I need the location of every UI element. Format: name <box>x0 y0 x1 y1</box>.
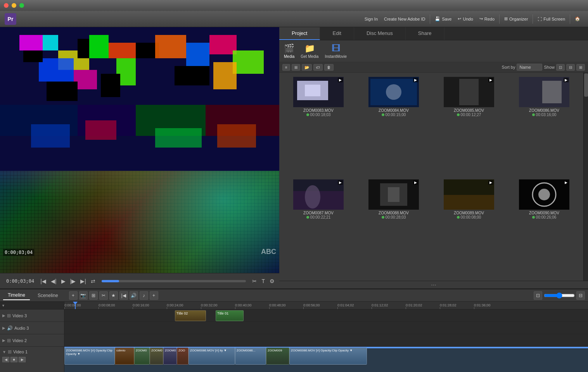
video-icon-1: ⊞ <box>8 349 12 355</box>
view-toggle-3[interactable]: ⊞ <box>576 64 585 71</box>
tag-button[interactable]: 🏷 <box>313 64 323 71</box>
tab-edit[interactable]: Edit <box>320 27 354 40</box>
clip-title02[interactable]: Title 02 <box>175 310 206 321</box>
tab-disc-menus[interactable]: Disc Menus <box>354 27 406 40</box>
loop-button[interactable]: ⇄ <box>89 277 97 285</box>
clip-zoo[interactable]: ZOO <box>177 348 189 365</box>
clip-zoom0b[interactable]: ZOOM0 <box>150 348 163 365</box>
redo-button[interactable]: ↪ Redo <box>476 15 498 23</box>
create-id-button[interactable]: Create New Adobe ID <box>381 15 428 23</box>
zoom-slider[interactable] <box>544 292 575 299</box>
save-button[interactable]: 💾 Save <box>432 15 455 23</box>
next-clip-button[interactable]: ▶| <box>79 277 88 285</box>
extra-tool[interactable]: + <box>150 291 158 300</box>
close-button[interactable] <box>4 3 9 8</box>
clip-zoom086-opacity[interactable]: ZOOM0086.MOV [V] Opacity:Clip Opacity ▼ <box>289 348 367 365</box>
effects-tool[interactable]: ★ <box>109 291 118 300</box>
instant-movie-button[interactable]: 🎞 InstantMovie <box>325 43 347 59</box>
list-item[interactable]: ▶ ZOOM0089.MOV 00:00:08;00 <box>431 177 507 279</box>
next-frame-btn[interactable]: ▶ <box>19 357 26 362</box>
undo-button[interactable]: ↩ Undo <box>455 15 476 23</box>
svg-rect-18 <box>175 66 209 85</box>
view-toggle-1[interactable]: ⊡ <box>556 64 565 71</box>
sign-in-button[interactable]: Sign In <box>361 15 381 23</box>
list-item[interactable]: ▶ ZOOM0086.MOV 00:03:16;00 <box>507 74 582 177</box>
home-button[interactable]: 🏠 <box>572 15 583 23</box>
instant-movie-icon: 🎞 <box>332 43 340 54</box>
clip-zoom086-v2[interactable]: ZOOM0086.MOV [V] ity ▼ <box>189 348 235 365</box>
duration-dot <box>382 216 384 219</box>
prev-frame-btn[interactable]: ◀ <box>2 357 9 362</box>
grid-view-button[interactable]: ⊞ <box>292 64 300 71</box>
volume-tool[interactable]: 🔊 <box>130 291 138 300</box>
text-button[interactable]: T <box>260 277 266 285</box>
duration-dot <box>457 113 460 116</box>
tab-sceneline[interactable]: Sceneline <box>33 291 63 300</box>
play-button[interactable]: ▶ <box>60 277 67 285</box>
media-button[interactable]: 🎬 Media <box>284 43 294 59</box>
delete-button[interactable]: 🗑 <box>324 64 334 71</box>
music-tool[interactable]: ♪ <box>140 291 148 300</box>
get-media-button[interactable]: 📁 Get Media <box>301 43 318 59</box>
tab-timeline[interactable]: Timeline <box>3 291 30 300</box>
clip-zoom0c[interactable]: ZOOM0 <box>163 348 177 365</box>
list-item[interactable]: ▶ ZOOM0087.MOV 00:00:22;21 <box>281 177 356 279</box>
stop-btn[interactable]: ■ <box>10 357 17 362</box>
duration-dot <box>306 113 309 116</box>
panel-scrollbar[interactable] <box>583 73 588 281</box>
grid-tool[interactable]: ⊞ <box>89 291 98 300</box>
organizer-button[interactable]: ⊞ Organizer <box>501 15 531 23</box>
track-expand-video2[interactable]: ▶ <box>2 338 5 342</box>
ruler-mark-8: 0:01:04;02 <box>337 303 354 309</box>
scrollbar-thumb[interactable] <box>584 73 588 97</box>
tracks-body[interactable]: 0:00:00;00 0:00:08;00 0:00:16;00 0:00:24… <box>64 302 588 372</box>
media-duration-88: 00:00:28;03 <box>382 215 406 219</box>
preview-area: 0:00;03;04 ABC 0:00;03;04 |◀ ◀| ▶ |▶ ▶| … <box>0 27 279 289</box>
fit-timeline-btn[interactable]: ⊟ <box>576 291 585 300</box>
step-forward-button[interactable]: |▶ <box>69 277 78 285</box>
svg-rect-43 <box>388 187 399 202</box>
step-back-button[interactable]: ◀| <box>49 277 58 285</box>
list-item[interactable]: ▶ ZOOM0084.MOV 00:00:15;00 <box>356 74 431 177</box>
clip-title01[interactable]: Title 01 <box>216 310 244 321</box>
settings-button[interactable]: ⚙ <box>268 277 276 285</box>
list-item[interactable]: ▶ ZOOM0088.MOV 00:00:28;03 <box>356 177 431 279</box>
clip-cdimlo[interactable]: cdimlo <box>115 348 134 365</box>
track-expand-video3[interactable]: ▶ <box>2 313 5 318</box>
progress-bar[interactable] <box>102 280 246 282</box>
track-name-video3: Video 3 <box>12 313 27 318</box>
clip-zoom009[interactable]: ZOOM009 <box>266 348 289 365</box>
svg-rect-5 <box>109 43 136 58</box>
clip-zoom086-v[interactable]: ZOOM0086.MOV [V] Opacity:Clip Opacity ▼ <box>64 348 115 365</box>
full-screen-button[interactable]: ⛶ Full Screen <box>534 15 568 23</box>
scissors-tool[interactable]: ✂ <box>99 291 108 300</box>
playhead[interactable] <box>75 302 76 309</box>
camera-tool[interactable]: 📷 <box>79 291 88 300</box>
track-select-tool[interactable]: |◀ <box>119 291 128 300</box>
zoom-timeline-btn[interactable]: ⊡ <box>534 291 542 300</box>
maximize-button[interactable] <box>19 3 24 8</box>
track-expand-audio3[interactable]: ▶ <box>2 326 5 330</box>
folder-button[interactable]: 📂 <box>302 64 312 71</box>
track-expand-video1[interactable]: ▼ <box>2 350 6 354</box>
tab-project[interactable]: Project <box>279 27 320 40</box>
thumbnail-88: ▶ <box>368 179 419 210</box>
clip-zoom086-v3[interactable]: ZOOM0086... <box>235 348 266 365</box>
list-item[interactable]: ▶ ZOOM0090.MOV 00:00:26;06 <box>507 177 582 279</box>
sort-dropdown[interactable]: Name Date Duration <box>517 64 542 71</box>
list-view-button[interactable]: ≡ <box>282 64 290 71</box>
clip-zoom0[interactable]: ZOOM0 <box>134 348 150 365</box>
svg-rect-10 <box>78 39 89 58</box>
panel-footer: ··· <box>279 281 588 289</box>
svg-rect-1 <box>19 35 43 50</box>
list-item[interactable]: ▶ ZOOM0083.MOV 00:00:18;03 <box>281 74 356 177</box>
minimize-button[interactable] <box>12 3 16 8</box>
view-toggle-2[interactable]: ⊟ <box>566 64 575 71</box>
add-media-tool[interactable]: + <box>69 291 78 300</box>
media-name-89: ZOOM0089.MOV <box>454 211 484 215</box>
cut-button[interactable]: ✂ <box>251 277 258 285</box>
svg-rect-37 <box>542 81 562 103</box>
prev-clip-button[interactable]: |◀ <box>39 277 48 285</box>
list-item[interactable]: ▶ ZOOM0085.MOV 00:00:12;27 <box>431 74 507 177</box>
tab-share[interactable]: Share <box>406 27 444 40</box>
